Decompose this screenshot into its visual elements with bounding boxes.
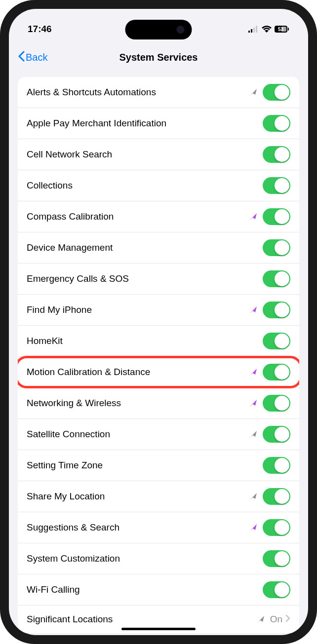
nav-bar: Back System Services [9, 43, 308, 71]
battery-icon: 53 [275, 26, 289, 33]
toggle-satellite-connection[interactable] [263, 426, 290, 443]
row-emergency-calls-sos: Emergency Calls & SOS [18, 264, 299, 295]
location-arrow-icon [249, 88, 258, 97]
toggle-motion-calibration-distance[interactable] [263, 364, 290, 380]
row-networking-wireless: Networking & Wireless [18, 388, 299, 419]
row-apple-pay-merchant-identification: Apple Pay Merchant Identification [18, 108, 299, 139]
toggle-emergency-calls-sos[interactable] [263, 270, 290, 287]
row-label: Alerts & Shortcuts Automations [27, 87, 249, 98]
row-label: Satellite Connection [27, 429, 249, 440]
row-motion-calibration-distance: Motion Calibration & Distance [18, 357, 299, 388]
phone-frame: 17:46 53 Back System Services [0, 0, 317, 644]
location-arrow-icon [249, 492, 258, 501]
row-label: Compass Calibration [27, 211, 249, 222]
chevron-right-icon [285, 614, 290, 624]
location-arrow-icon [249, 523, 258, 532]
toggle-setting-time-zone[interactable] [263, 457, 290, 474]
row-label: Device Management [27, 242, 263, 253]
row-label: HomeKit [27, 336, 263, 346]
row-collections: Collections [18, 170, 299, 201]
toggle-device-management[interactable] [263, 239, 290, 256]
toggle-apple-pay-merchant-identification[interactable] [263, 115, 290, 132]
location-arrow-icon [249, 212, 258, 221]
status-time: 17:46 [28, 24, 52, 35]
row-label: Emergency Calls & SOS [27, 273, 263, 284]
toggle-system-customization[interactable] [263, 550, 290, 567]
chevron-left-icon [18, 51, 25, 64]
row-label: Wi-Fi Calling [27, 584, 263, 595]
toggle-wi-fi-calling[interactable] [263, 581, 290, 598]
status-right: 53 [248, 26, 289, 33]
volume-down-button [0, 188, 0, 227]
back-label: Back [26, 52, 47, 63]
location-arrow-icon [249, 430, 258, 439]
row-suggestions-search: Suggestions & Search [18, 512, 299, 543]
screen: 17:46 53 Back System Services [9, 9, 308, 635]
row-label: Apple Pay Merchant Identification [27, 118, 263, 129]
toggle-cell-network-search[interactable] [263, 146, 290, 163]
toggle-suggestions-search[interactable] [263, 519, 290, 536]
row-value: On [270, 614, 282, 625]
settings-list: Alerts & Shortcuts AutomationsApple Pay … [18, 77, 299, 633]
row-label: Significant Locations [27, 614, 256, 625]
location-arrow-icon [249, 399, 258, 408]
row-alerts-shortcuts-automations: Alerts & Shortcuts Automations [18, 77, 299, 108]
row-satellite-connection: Satellite Connection [18, 419, 299, 450]
row-wi-fi-calling: Wi-Fi Calling [18, 574, 299, 606]
content: Alerts & Shortcuts AutomationsApple Pay … [9, 71, 308, 635]
row-label: Networking & Wireless [27, 398, 249, 409]
section-header: PRODUCT IMPROVEMENT [18, 633, 299, 635]
row-share-my-location: Share My Location [18, 481, 299, 512]
row-compass-calibration: Compass Calibration [18, 201, 299, 232]
location-arrow-icon [249, 305, 258, 314]
row-label: Suggestions & Search [27, 522, 249, 533]
row-label: Motion Calibration & Distance [27, 367, 249, 378]
toggle-homekit[interactable] [263, 333, 290, 349]
row-setting-time-zone: Setting Time Zone [18, 450, 299, 481]
location-arrow-icon [256, 615, 265, 624]
row-system-customization: System Customization [18, 543, 299, 574]
row-find-my-iphone: Find My iPhone [18, 295, 299, 326]
row-homekit: HomeKit [18, 326, 299, 357]
svg-text:53: 53 [278, 27, 284, 32]
back-button[interactable]: Back [18, 51, 47, 64]
volume-up-button [0, 138, 0, 178]
row-cell-network-search: Cell Network Search [18, 139, 299, 170]
row-label: Collections [27, 180, 263, 191]
row-label: Setting Time Zone [27, 460, 263, 471]
location-arrow-icon [249, 368, 258, 377]
toggle-share-my-location[interactable] [263, 488, 290, 505]
svg-rect-1 [288, 28, 289, 31]
dynamic-island [125, 20, 192, 39]
home-indicator[interactable] [121, 628, 196, 630]
toggle-find-my-iphone[interactable] [263, 302, 290, 318]
cellular-signal-icon [248, 26, 259, 33]
wifi-icon [262, 26, 272, 33]
row-label: Share My Location [27, 491, 249, 502]
toggle-compass-calibration[interactable] [263, 208, 290, 225]
toggle-alerts-shortcuts-automations[interactable] [263, 84, 290, 101]
row-label: Cell Network Search [27, 149, 263, 160]
row-label: Find My iPhone [27, 304, 249, 315]
silent-switch [0, 99, 0, 118]
page-title: System Services [119, 52, 198, 63]
toggle-networking-wireless[interactable] [263, 395, 290, 412]
toggle-collections[interactable] [263, 177, 290, 194]
row-label: System Customization [27, 553, 263, 564]
row-device-management: Device Management [18, 232, 299, 264]
